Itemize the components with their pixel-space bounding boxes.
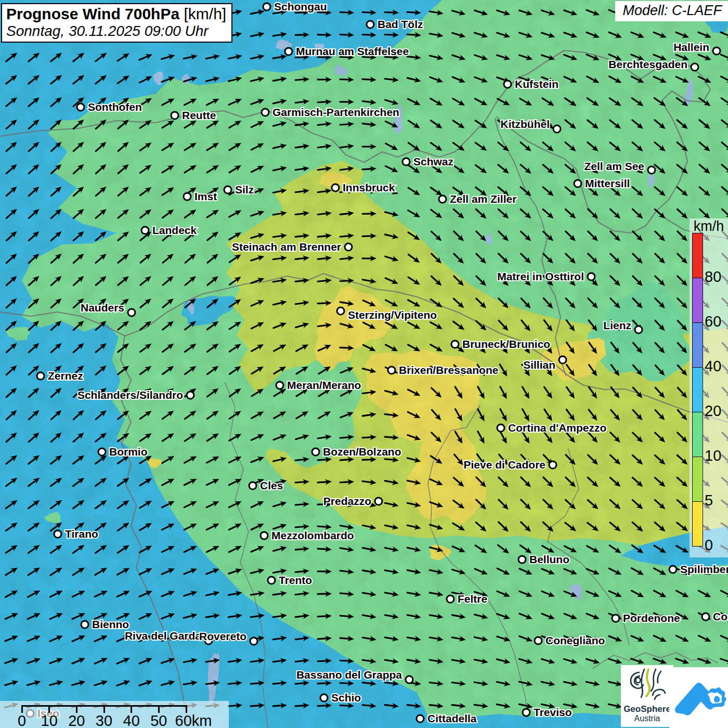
- city-marker: [451, 341, 459, 348]
- city-marker: [249, 482, 256, 489]
- city-label: Cles: [260, 479, 283, 491]
- city-label: Predazzo: [323, 495, 371, 507]
- scale-bar-label: 60km: [175, 712, 212, 728]
- legend-tick-label: 5: [705, 492, 713, 509]
- city-marker: [523, 709, 530, 716]
- legend-tick-label: 40: [705, 358, 721, 375]
- legend-unit-label: km/h: [690, 218, 728, 235]
- city-marker: [447, 595, 454, 603]
- city-label: Sterzing/Vipiteno: [348, 309, 437, 321]
- city-label: Codroipo: [713, 610, 728, 622]
- city-marker: [588, 273, 595, 280]
- legend-tick-label: 10: [705, 447, 721, 464]
- legend-segment: [693, 457, 703, 502]
- wind-map: SchongauBad TölzKemptenMurnau am Staffel…: [0, 0, 728, 728]
- legend-tick-label: 0: [705, 537, 713, 554]
- city-label: Innsbruck: [343, 181, 395, 193]
- city-label: Schio: [331, 692, 361, 704]
- city-label: Sillian: [523, 359, 555, 371]
- city-marker: [439, 196, 446, 203]
- city-marker: [171, 112, 178, 119]
- city-label: Spilimbergo: [680, 563, 728, 575]
- scale-bar-tick: [21, 705, 23, 713]
- city-label: Matrei in Osttirol: [497, 270, 584, 282]
- city-label: Schwaz: [413, 155, 453, 167]
- title-text: Prognose Wind 700hPa: [6, 5, 179, 22]
- city-marker: [81, 621, 88, 628]
- city-label: Cittadella: [427, 712, 477, 724]
- city-marker: [702, 613, 709, 620]
- city-marker: [635, 326, 642, 333]
- wind-forecast-map-page: SchongauBad TölzKemptenMurnau am Staffel…: [0, 0, 728, 728]
- city-marker: [367, 21, 374, 28]
- city-label: Mittersill: [585, 177, 630, 189]
- city-marker: [713, 47, 720, 55]
- legend-segment: [693, 502, 703, 546]
- city-label: Tirano: [65, 528, 98, 540]
- city-marker: [141, 227, 149, 234]
- scale-bar-label: 20: [68, 712, 85, 728]
- city-label: Reutte: [182, 109, 216, 121]
- city-marker: [77, 103, 84, 111]
- legend-color-bar: [692, 233, 703, 547]
- city-label: Murnau am Staffelsee: [296, 45, 409, 57]
- geosphere-logo-text: GeoSphere: [621, 705, 673, 714]
- model-label: Modell: C-LAEF: [622, 3, 722, 18]
- mountain-cloud-icon: [669, 667, 728, 728]
- city-marker: [375, 498, 382, 505]
- city-label: Trento: [279, 574, 312, 586]
- city-marker: [648, 166, 655, 174]
- city-label: Riva del Garda: [125, 630, 201, 642]
- legend-segment: [693, 368, 703, 412]
- city-label: Schlanders/Silandro: [77, 389, 183, 401]
- city-label: Imst: [194, 190, 217, 202]
- legend-segment: [693, 278, 703, 323]
- city-marker: [497, 424, 504, 432]
- city-label: Sonthofen: [88, 101, 142, 113]
- city-label: Treviso: [534, 706, 572, 718]
- city-label: Landeck: [152, 224, 197, 236]
- legend-segment: [693, 412, 703, 457]
- city-marker: [187, 392, 194, 399]
- legend-tick-label: 80: [705, 268, 721, 285]
- legend-segment: [693, 323, 703, 368]
- city-marker: [553, 125, 561, 133]
- scale-bar-tick: [103, 705, 105, 713]
- model-box: Modell: C-LAEF: [615, 1, 728, 21]
- city-label: Zernez: [48, 370, 83, 382]
- city-marker: [559, 356, 566, 363]
- city-label: Feltre: [458, 593, 487, 605]
- city-marker: [261, 532, 268, 539]
- city-marker: [417, 715, 424, 722]
- city-marker: [262, 109, 269, 116]
- city-label: Brixen/Bressanone: [399, 364, 498, 376]
- city-label: Schongau: [274, 1, 327, 12]
- city-label: Bozen/Bolzano: [323, 446, 401, 458]
- city-label: Belluno: [529, 553, 569, 565]
- city-marker: [320, 694, 328, 701]
- city-marker: [312, 448, 319, 456]
- city-marker: [691, 63, 698, 71]
- city-label: Kitzbühel: [501, 118, 550, 130]
- city-label: Zell am Ziller: [450, 193, 516, 205]
- title-box: Prognose Wind 700hPa [km/h] Sonntag, 30.…: [1, 3, 232, 43]
- city-marker: [263, 3, 270, 10]
- scale-bar-label: 40: [123, 712, 140, 728]
- city-label: Silz: [235, 184, 254, 196]
- city-label: Berchtesgaden: [608, 58, 687, 70]
- city-marker: [535, 637, 542, 644]
- partner-logo: [669, 667, 728, 728]
- city-label: Lienz: [603, 319, 631, 331]
- city-marker: [612, 615, 619, 622]
- city-marker: [518, 556, 526, 563]
- city-label: Mezzolombardo: [271, 529, 354, 541]
- city-label: Bienno: [92, 618, 129, 630]
- city-marker: [669, 566, 677, 573]
- city-label: Zell am See: [584, 160, 644, 172]
- legend-tick-label: 20: [705, 402, 721, 420]
- city-label: Pordenone: [623, 612, 680, 624]
- city-marker: [268, 577, 275, 584]
- city-marker: [276, 382, 283, 389]
- city-marker: [98, 448, 106, 456]
- city-label: Steinach am Brenner: [232, 241, 341, 253]
